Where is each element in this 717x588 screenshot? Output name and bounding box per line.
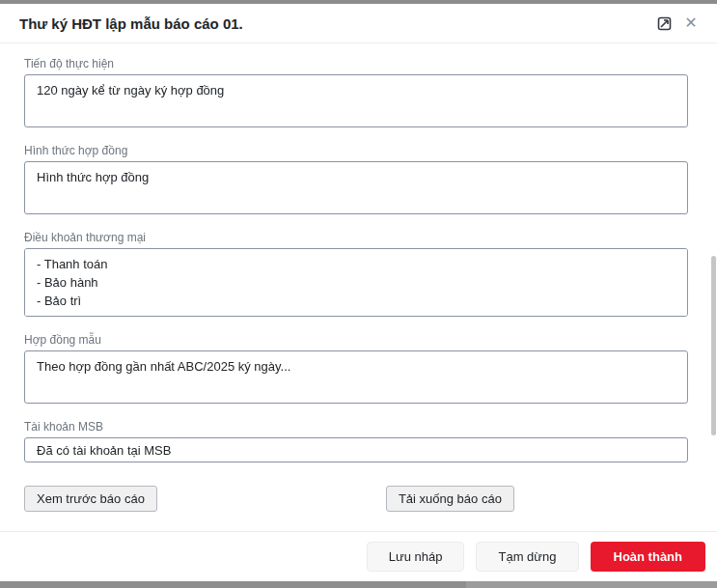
dialog-footer: Lưu nháp Tạm dừng Hoàn thành — [0, 531, 717, 581]
field-label-dieu-khoan: Điều khoản thương mại — [24, 231, 688, 244]
report-action-row: Xem trước báo cáo Tải xuống báo cáo — [24, 486, 688, 512]
hinh-thuc-hop-dong-textarea[interactable]: Hình thức hợp đồng — [24, 161, 688, 214]
header-icon-group: ✕ — [655, 14, 700, 32]
field-label-tai-khoan-msb: Tài khoản MSB — [24, 420, 688, 434]
preview-report-button[interactable]: Xem trước báo cáo — [24, 486, 157, 512]
field-label-tien-do: Tiến độ thực hiện — [24, 57, 688, 70]
field-label-hinh-thuc: Hình thức hợp đồng — [24, 144, 688, 157]
dialog-title: Thư ký HĐT lập mẫu báo cáo 01. — [19, 15, 243, 32]
dieu-khoan-thuong-mai-textarea[interactable]: - Thanh toán - Bảo hành - Bảo trì — [24, 248, 688, 317]
close-icon[interactable]: ✕ — [682, 14, 700, 32]
scrollbar-track-segment — [466, 581, 717, 588]
dialog-header: Thư ký HĐT lập mẫu báo cáo 01. ✕ — [0, 4, 717, 43]
tien-do-thuc-hien-textarea[interactable]: 120 ngày kể từ ngày ký hợp đồng — [24, 74, 688, 127]
download-report-button[interactable]: Tải xuống báo cáo — [386, 486, 514, 512]
tai-khoan-msb-input[interactable] — [24, 437, 688, 462]
report-template-dialog: Thư ký HĐT lập mẫu báo cáo 01. ✕ Tiến độ… — [0, 4, 717, 581]
dialog-body: Tiến độ thực hiện 120 ngày kể từ ngày ký… — [0, 43, 717, 522]
save-draft-button[interactable]: Lưu nháp — [367, 542, 465, 572]
expand-icon[interactable] — [655, 14, 673, 32]
complete-button[interactable]: Hoàn thành — [591, 542, 706, 572]
vertical-scrollbar[interactable] — [711, 256, 716, 435]
pause-button[interactable]: Tạm dừng — [476, 542, 578, 572]
hop-dong-mau-textarea[interactable]: Theo hợp đồng gần nhất ABC/2025 ký ngày.… — [24, 350, 688, 404]
field-label-hop-dong-mau: Hợp đồng mẫu — [24, 333, 688, 347]
page-bottom-scrollbar[interactable] — [0, 581, 717, 588]
